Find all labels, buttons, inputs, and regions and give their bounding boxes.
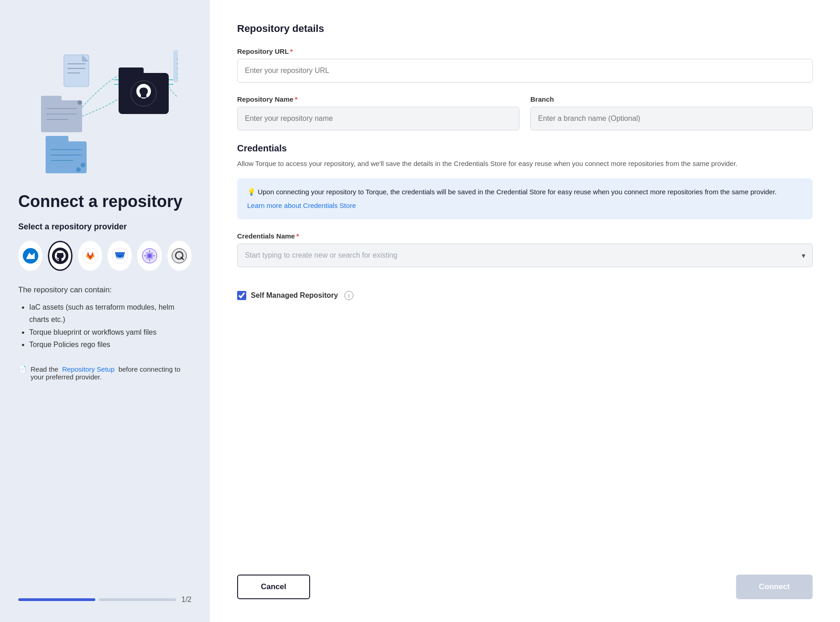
credentials-name-label: Credentials Name* [237, 232, 813, 240]
svg-rect-32 [46, 141, 87, 173]
cancel-button[interactable]: Cancel [237, 575, 310, 599]
credentials-name-required-star: * [296, 232, 299, 240]
progress-text: 1/2 [181, 596, 192, 604]
info-box-text: 💡 Upon connecting your repository to Tor… [247, 188, 777, 196]
branch-label: Branch [530, 95, 813, 103]
credentials-store-link[interactable]: Learn more about Credentials Store [247, 200, 356, 211]
url-group: Repository URL* [237, 47, 813, 83]
url-required-star: * [290, 47, 293, 55]
credentials-name-group: Credentials Name* Start typing to create… [237, 232, 813, 267]
svg-rect-1 [41, 96, 62, 104]
bullet-item: Torque Policies rego files [29, 338, 192, 351]
name-required-star: * [295, 95, 297, 103]
svg-point-40 [52, 248, 68, 264]
bullet-item: Torque blueprint or workflows yaml files [29, 326, 192, 338]
credentials-name-select[interactable]: Start typing to create new or search for… [237, 244, 813, 267]
provider-gitlab[interactable] [78, 241, 102, 271]
doc-icon: 📄 [18, 365, 27, 373]
provider-label: Select a repository provider [18, 222, 192, 232]
svg-rect-0 [41, 100, 82, 132]
name-col: Repository Name* [237, 95, 519, 130]
can-contain-label: The repository can contain: [18, 285, 192, 295]
info-box: 💡 Upon connecting your repository to Tor… [237, 178, 813, 219]
credentials-name-placeholder: Start typing to create new or search for… [245, 251, 397, 259]
self-managed-label[interactable]: Self Managed Repository [251, 291, 338, 300]
connect-button[interactable]: Connect [736, 575, 813, 599]
progress-bar-container [18, 598, 176, 601]
credentials-name-wrapper: Start typing to create new or search for… [237, 244, 813, 267]
progress-bar-active [18, 598, 95, 601]
svg-point-38 [76, 167, 81, 172]
provider-codecommit[interactable] [167, 241, 192, 271]
credentials-title: Credentials [237, 143, 813, 154]
illustration [18, 18, 192, 182]
svg-point-51 [148, 254, 151, 257]
connect-title: Connect a repository [18, 192, 192, 211]
svg-rect-13 [119, 67, 144, 78]
self-managed-checkbox[interactable] [237, 291, 246, 300]
svg-point-52 [171, 248, 187, 264]
svg-rect-33 [46, 136, 68, 145]
provider-azure[interactable] [18, 241, 42, 271]
self-managed-row: Self Managed Repository i [237, 291, 813, 300]
name-input[interactable] [237, 107, 519, 130]
right-panel: Repository details Repository URL* Repos… [210, 0, 840, 622]
credentials-desc: Allow Torque to access your repository, … [237, 158, 813, 169]
bullet-list: IaC assets (such as terraform modules, h… [18, 301, 192, 351]
branch-col: Branch [530, 95, 813, 130]
name-label: Repository Name* [237, 95, 519, 103]
footer-buttons: Cancel Connect [237, 556, 813, 599]
name-branch-row: Repository Name* Branch [237, 95, 813, 130]
left-panel: Connect a repository Select a repository… [0, 0, 210, 622]
section-title: Repository details [237, 23, 813, 35]
provider-other[interactable] [137, 241, 161, 271]
read-setup-text: Read the [31, 365, 58, 373]
branch-input[interactable] [530, 107, 813, 130]
provider-icons [18, 241, 192, 271]
progress-section: 1/2 [18, 596, 192, 604]
read-setup: 📄 Read the Repository Setup before conne… [18, 365, 192, 577]
self-managed-info-icon[interactable]: i [344, 291, 353, 300]
url-input[interactable] [237, 59, 813, 83]
provider-github[interactable] [48, 241, 73, 271]
progress-bar-inactive [99, 598, 176, 601]
url-label: Repository URL* [237, 47, 813, 55]
bullet-item: IaC assets (such as terraform modules, h… [29, 301, 192, 326]
provider-bitbucket[interactable] [108, 241, 132, 271]
svg-point-37 [81, 163, 85, 167]
svg-point-5 [78, 100, 82, 105]
repository-setup-link[interactable]: Repository Setup [62, 365, 114, 373]
